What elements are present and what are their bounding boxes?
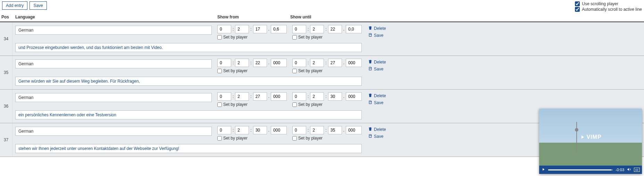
- save-icon: [368, 134, 373, 139]
- from-hours[interactable]: [217, 92, 231, 101]
- save-link[interactable]: Save: [368, 66, 641, 72]
- until-set-by-player-checkbox[interactable]: [292, 35, 297, 40]
- until-hours[interactable]: [292, 126, 306, 134]
- trash-icon: [368, 93, 373, 99]
- row-main: : : . Set by player : : .: [12, 22, 365, 56]
- language-input[interactable]: [15, 127, 212, 136]
- show-from-cell: : : . Set by player: [215, 56, 290, 75]
- show-until-cell: : : . Set by player: [290, 22, 365, 41]
- until-set-by-player-checkbox[interactable]: [292, 136, 297, 141]
- until-seconds[interactable]: [328, 92, 342, 101]
- use-scrolling-player-label: Use scrolling player: [582, 1, 618, 6]
- until-ms[interactable]: [346, 92, 362, 101]
- table-header: Pos Language Show from Show until: [0, 12, 644, 22]
- until-set-by-player[interactable]: Set by player: [292, 68, 362, 73]
- until-set-by-player-checkbox[interactable]: [292, 102, 297, 107]
- row-pos: 34: [0, 22, 12, 56]
- from-ms[interactable]: [271, 92, 287, 101]
- from-seconds[interactable]: [253, 25, 267, 33]
- from-seconds[interactable]: [253, 92, 267, 101]
- from-ms[interactable]: [271, 25, 287, 33]
- until-set-by-player[interactable]: Set by player: [292, 35, 362, 40]
- until-seconds[interactable]: [328, 126, 342, 134]
- auto-scroll-label: Automatically scroll to active line: [582, 7, 642, 12]
- from-minutes[interactable]: [235, 92, 249, 101]
- until-hours[interactable]: [292, 59, 306, 67]
- from-set-by-player[interactable]: Set by player: [217, 68, 287, 73]
- row-main: : : . Set by player : : .: [12, 56, 365, 89]
- from-ms[interactable]: [271, 126, 287, 134]
- until-set-by-player-checkbox[interactable]: [292, 69, 297, 73]
- top-options: Use scrolling player Automatically scrol…: [575, 1, 642, 12]
- from-seconds[interactable]: [253, 59, 267, 67]
- trash-icon: [368, 59, 373, 65]
- save-icon: [368, 66, 373, 72]
- from-hours[interactable]: [217, 25, 231, 33]
- from-set-by-player[interactable]: Set by player: [217, 35, 287, 40]
- trash-icon: [368, 127, 373, 132]
- until-minutes[interactable]: [310, 126, 324, 134]
- header-show-from: Show from: [215, 12, 287, 22]
- save-button[interactable]: Save: [30, 1, 47, 10]
- from-seconds[interactable]: [253, 126, 267, 134]
- row-actions: Delete Save: [365, 22, 644, 56]
- until-set-by-player[interactable]: Set by player: [292, 136, 362, 141]
- from-ms[interactable]: [271, 59, 287, 67]
- row-actions: Delete Save: [365, 56, 644, 89]
- delete-link[interactable]: Delete: [368, 26, 641, 31]
- video-player: VIMP -0:03 cc: [539, 109, 642, 157]
- until-set-by-player[interactable]: Set by player: [292, 102, 362, 107]
- subtitle-text-input[interactable]: [15, 110, 362, 119]
- show-until-cell: : : . Set by player: [290, 90, 365, 108]
- until-minutes[interactable]: [310, 92, 324, 101]
- from-set-by-player[interactable]: Set by player: [217, 102, 287, 107]
- until-hours[interactable]: [292, 92, 306, 101]
- delete-link[interactable]: Delete: [368, 93, 641, 99]
- language-input[interactable]: [15, 26, 212, 35]
- from-minutes[interactable]: [235, 59, 249, 67]
- until-minutes[interactable]: [310, 59, 324, 67]
- use-scrolling-player-option[interactable]: Use scrolling player: [575, 1, 618, 6]
- from-set-by-player-checkbox[interactable]: [217, 102, 222, 107]
- subtitle-text-input[interactable]: [15, 77, 362, 86]
- auto-scroll-checkbox[interactable]: [575, 7, 580, 12]
- save-link[interactable]: Save: [368, 33, 641, 38]
- language-input[interactable]: [15, 59, 212, 68]
- player-logo: VIMP: [579, 134, 601, 140]
- header-show-until: Show until: [287, 12, 360, 22]
- until-minutes[interactable]: [310, 25, 324, 33]
- row-pos: 36: [0, 90, 12, 123]
- until-seconds[interactable]: [328, 59, 342, 67]
- trash-icon: [368, 26, 373, 31]
- until-seconds[interactable]: [328, 25, 342, 33]
- from-set-by-player[interactable]: Set by player: [217, 136, 287, 141]
- until-hours[interactable]: [292, 25, 306, 33]
- until-ms[interactable]: [346, 59, 362, 67]
- from-set-by-player-checkbox[interactable]: [217, 35, 222, 40]
- save-icon: [368, 100, 373, 106]
- auto-scroll-option[interactable]: Automatically scroll to active line: [575, 7, 642, 12]
- from-set-by-player-checkbox[interactable]: [217, 136, 222, 141]
- show-until-cell: : : . Set by player: [290, 56, 365, 75]
- save-link[interactable]: Save: [368, 100, 641, 106]
- subtitle-text-input[interactable]: [15, 144, 362, 153]
- use-scrolling-player-checkbox[interactable]: [575, 1, 580, 6]
- from-hours[interactable]: [217, 126, 231, 134]
- add-entry-button[interactable]: Add entry: [2, 1, 27, 10]
- from-minutes[interactable]: [235, 25, 249, 33]
- video-frame[interactable]: VIMP: [539, 109, 642, 157]
- row-main: : : . Set by player : : .: [12, 90, 365, 123]
- delete-link[interactable]: Delete: [368, 59, 641, 65]
- subtitle-text-input[interactable]: [15, 43, 362, 52]
- until-ms[interactable]: [346, 25, 362, 33]
- until-ms[interactable]: [346, 126, 362, 134]
- save-icon: [368, 33, 373, 38]
- from-set-by-player-checkbox[interactable]: [217, 69, 222, 73]
- show-from-cell: : : . Set by player: [215, 123, 290, 142]
- from-hours[interactable]: [217, 59, 231, 67]
- table-row: 34 : : . Set by player: [0, 22, 644, 56]
- from-minutes[interactable]: [235, 126, 249, 134]
- top-bar: Add entry Save Use scrolling player Auto…: [0, 0, 644, 12]
- top-buttons: Add entry Save: [2, 1, 47, 10]
- language-input[interactable]: [15, 93, 212, 102]
